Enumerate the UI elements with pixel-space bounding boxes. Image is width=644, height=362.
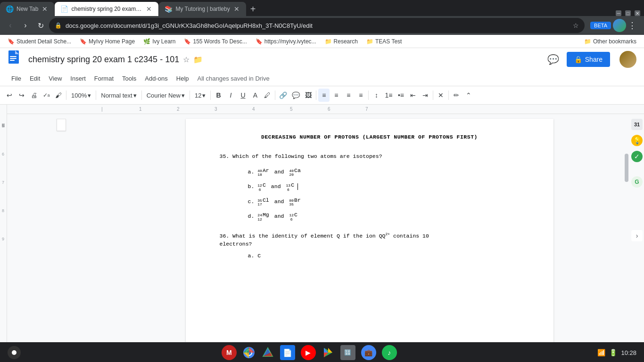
- taskbar-files[interactable]: 💼: [361, 345, 376, 360]
- print-button[interactable]: 🖨: [28, 89, 40, 102]
- highlight-button[interactable]: 🖊: [262, 89, 273, 102]
- tab-tutoring-close[interactable]: ✕: [233, 5, 240, 13]
- tab-gdocs[interactable]: 📄 chemistry spring 20 exam 1 c23 ✕: [55, 2, 158, 16]
- close-window-button[interactable]: ✕: [635, 10, 640, 16]
- bookmark-ivy-learn[interactable]: 🌿 Ivy Learn: [140, 37, 179, 46]
- title-star-icon[interactable]: ☆: [183, 55, 190, 64]
- bookmark-other[interactable]: 📁 Other bookmarks: [580, 37, 640, 46]
- menu-insert[interactable]: Insert: [66, 73, 90, 84]
- bookmark-155words[interactable]: 🔖 155 Words To Desc...: [180, 37, 250, 46]
- system-time[interactable]: 10:28: [621, 349, 636, 356]
- and-a: and: [274, 168, 284, 176]
- refresh-button[interactable]: ↻: [34, 19, 47, 32]
- taskbar-chrome[interactable]: [242, 346, 256, 359]
- line-spacing-button[interactable]: ↕: [371, 89, 382, 102]
- comment-button[interactable]: 💬: [545, 52, 561, 67]
- profile-avatar[interactable]: [613, 19, 626, 32]
- align-center-button[interactable]: ≡: [330, 89, 342, 102]
- expand-panel-button[interactable]: ›: [631, 230, 643, 241]
- align-left-button[interactable]: ≡: [318, 89, 330, 102]
- new-tab-button[interactable]: +: [246, 2, 260, 16]
- bookmark-star-icon[interactable]: ☆: [573, 22, 579, 29]
- maximize-button[interactable]: □: [625, 10, 631, 16]
- image-button[interactable]: 🖼: [303, 89, 314, 102]
- scrollbar-thumb[interactable]: [625, 154, 628, 182]
- align-right-button[interactable]: ≡: [343, 89, 354, 102]
- taskbar-drive[interactable]: [261, 346, 274, 359]
- menu-help[interactable]: Help: [173, 73, 193, 84]
- vertical-scrollbar[interactable]: [623, 114, 630, 342]
- title-folder-icon[interactable]: 📁: [193, 55, 203, 64]
- checkmark-button[interactable]: ✓: [631, 151, 643, 162]
- align-justify-button[interactable]: ≡: [355, 89, 366, 102]
- tab-gdocs-close[interactable]: ✕: [145, 5, 153, 13]
- folder-icon: 📁: [325, 38, 332, 45]
- taskbar-calculator[interactable]: 🔢: [340, 345, 355, 360]
- document-page[interactable]: DECREASING NUMBER OF PROTONS (LARGEST NU…: [186, 119, 553, 342]
- share-lock-icon: 🔒: [574, 56, 582, 63]
- doc-page-area[interactable]: DECREASING NUMBER OF PROTONS (LARGEST NU…: [116, 114, 623, 342]
- calendar-badge[interactable]: 31: [631, 119, 643, 130]
- suggestions-button[interactable]: ✏: [451, 89, 462, 102]
- clear-format-button[interactable]: ✕: [435, 89, 446, 102]
- fontsize-dropdown[interactable]: 12 ▾: [192, 91, 208, 100]
- browser-menu-button[interactable]: ⋮: [628, 20, 636, 31]
- tab-new-tab-close[interactable]: ✕: [41, 5, 49, 13]
- italic-button[interactable]: I: [225, 89, 236, 102]
- grammarly-button[interactable]: G: [631, 176, 643, 188]
- toolbar-sep3: [141, 90, 142, 100]
- font-dropdown[interactable]: Courier New ▾: [144, 91, 188, 100]
- text-color-button[interactable]: A: [249, 89, 261, 102]
- menu-edit[interactable]: Edit: [26, 73, 44, 84]
- increase-indent-button[interactable]: ⇥: [420, 89, 431, 102]
- redo-button[interactable]: ↪: [16, 89, 27, 102]
- link-button[interactable]: 🔗: [277, 89, 289, 102]
- taskbar-playstore[interactable]: [322, 346, 335, 359]
- expand-toolbar-button[interactable]: ⌃: [463, 89, 474, 102]
- spellcheck-button[interactable]: ✓a: [41, 89, 52, 102]
- gdocs-menubar: File Edit View Insert Format Tools Add-o…: [0, 71, 644, 86]
- bookmark-myivy2[interactable]: 🔖 https://myivy.ivytec...: [252, 37, 320, 46]
- browser-controls: ‹ › ↻ 🔒 docs.google.com/document/d/1g3i_…: [0, 16, 644, 35]
- paint-format-button[interactable]: 🖌: [53, 89, 64, 102]
- user-avatar[interactable]: [619, 51, 636, 68]
- address-bar[interactable]: 🔒 docs.google.com/document/d/1g3i_cGNUrK…: [49, 18, 585, 33]
- bookmark-research[interactable]: 📁 Research: [321, 37, 362, 46]
- share-button[interactable]: 🔒 Share: [567, 52, 610, 67]
- bullet-list-button[interactable]: •≡: [395, 89, 406, 102]
- lightbulb-button[interactable]: 💡: [631, 135, 643, 146]
- taskbar-gmail[interactable]: M: [222, 345, 237, 360]
- taskbar-spotify[interactable]: ♪: [382, 345, 397, 360]
- fontsize-chevron-icon: ▾: [202, 92, 206, 99]
- gdocs-app: chemistry spring 20 exam 1 c2345 - 101 ☆…: [0, 48, 644, 342]
- zoom-dropdown[interactable]: 100% ▾: [68, 91, 94, 100]
- menu-format[interactable]: Format: [91, 73, 117, 84]
- minimize-button[interactable]: ─: [616, 10, 621, 16]
- taskbar-left: [8, 346, 21, 359]
- comment-toolbar-button[interactable]: 💬: [290, 89, 302, 102]
- decrease-indent-button[interactable]: ⇤: [407, 89, 419, 102]
- tab-tutoring[interactable]: 📚 My Tutoring | bartleby ✕: [159, 2, 246, 16]
- q36-text-2: contains 10: [390, 233, 429, 239]
- style-dropdown[interactable]: Normal text ▾: [98, 91, 139, 100]
- underline-button[interactable]: U: [237, 89, 248, 102]
- choice-36a: a. C: [248, 252, 520, 260]
- menu-tools[interactable]: Tools: [118, 73, 140, 84]
- bold-button[interactable]: B: [213, 89, 224, 102]
- bookmark-myivy[interactable]: 🔖 MyIvy Home Page: [76, 37, 139, 46]
- bookmark-student-detail[interactable]: 🔖 Student Detail Sche...: [4, 37, 75, 46]
- zoom-value: 100%: [71, 92, 87, 99]
- tab-new-tab[interactable]: 🌐 New Tab ✕: [0, 2, 54, 16]
- taskbar-docs[interactable]: 📄: [280, 345, 295, 360]
- menu-view[interactable]: View: [45, 73, 66, 84]
- doc-title[interactable]: chemistry spring 20 exam 1 c2345 - 101: [28, 55, 179, 65]
- new-tab-favicon: 🌐: [6, 5, 14, 13]
- menu-addons[interactable]: Add-ons: [141, 73, 171, 84]
- bookmark-teas[interactable]: 📁 TEAS Test: [363, 37, 405, 46]
- taskbar-youtube[interactable]: ▶: [301, 345, 316, 360]
- forward-button[interactable]: ›: [19, 19, 32, 32]
- undo-button[interactable]: ↩: [4, 89, 15, 102]
- menu-file[interactable]: File: [8, 73, 25, 84]
- numbered-list-button[interactable]: 1≡: [383, 89, 394, 102]
- back-button[interactable]: ‹: [4, 19, 17, 32]
